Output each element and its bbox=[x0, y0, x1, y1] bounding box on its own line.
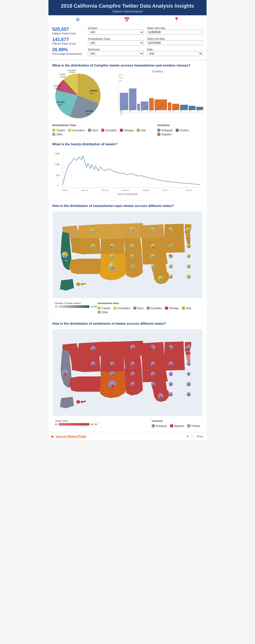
bar-group-sadness[interactable]: Sadness bbox=[172, 104, 179, 113]
sent-ne2[interactable] bbox=[164, 341, 184, 357]
state-pie-il[interactable] bbox=[169, 244, 173, 248]
sent-pie-sd[interactable] bbox=[131, 362, 135, 366]
state-pie-ky[interactable] bbox=[169, 264, 173, 268]
state-pie-ga[interactable] bbox=[169, 274, 173, 279]
state-pie-mo[interactable] bbox=[151, 254, 155, 258]
sent-pie-wi[interactable] bbox=[169, 345, 173, 349]
location-icon[interactable]: 📍 bbox=[174, 17, 179, 22]
sent-pie-tx[interactable] bbox=[109, 380, 116, 388]
expand-icon[interactable]: ⛶ bbox=[192, 435, 194, 438]
sent-ct2[interactable] bbox=[187, 358, 190, 360]
state-co[interactable] bbox=[79, 238, 101, 254]
bar-group-disappointment[interactable]: Disappointment bbox=[155, 99, 167, 113]
sent-pie-id[interactable] bbox=[91, 362, 95, 366]
sent-pie-ca[interactable] bbox=[62, 370, 68, 376]
sent-hi3[interactable] bbox=[81, 401, 84, 403]
state-pie-nc[interactable] bbox=[187, 274, 191, 279]
sent-va2[interactable] bbox=[153, 370, 168, 382]
bar-group-gratitude[interactable]: Gratitude bbox=[129, 88, 136, 113]
state-ma[interactable] bbox=[186, 237, 190, 240]
sent-pie-ar[interactable] bbox=[151, 382, 155, 386]
state-pie-mt[interactable] bbox=[91, 228, 95, 233]
state-pie-in[interactable] bbox=[169, 254, 173, 258]
bar-group-confusion[interactable]: Confusion bbox=[180, 105, 188, 113]
bar-group-surprise[interactable]: Surprise bbox=[196, 107, 203, 113]
sent-pie-nd[interactable] bbox=[130, 345, 135, 349]
sent-pie-ny[interactable] bbox=[186, 345, 191, 349]
end-date-input[interactable] bbox=[147, 41, 203, 45]
state-pie-tx[interactable] bbox=[109, 263, 116, 270]
sent-pie-in[interactable] bbox=[169, 372, 173, 376]
sent-mt2[interactable] bbox=[79, 342, 101, 357]
sent-ma2[interactable] bbox=[186, 355, 190, 358]
state-filter[interactable]: State (All) bbox=[147, 48, 203, 57]
state-select[interactable]: (All) bbox=[147, 51, 203, 56]
sent-pie-ga[interactable] bbox=[169, 392, 173, 396]
state-pie-nd[interactable] bbox=[130, 227, 135, 232]
end-date-filter[interactable]: Select end date bbox=[147, 37, 203, 47]
filter-icon[interactable]: ⚙ bbox=[76, 17, 80, 22]
sent-pie-nc[interactable] bbox=[187, 392, 191, 396]
bar-group-curiosity[interactable]: Curiosity bbox=[189, 106, 196, 113]
bar-group-admiration[interactable]: Admiration bbox=[120, 93, 128, 113]
state-vt[interactable] bbox=[186, 234, 190, 237]
state-mt[interactable] bbox=[79, 224, 101, 239]
sent-pie-fl[interactable] bbox=[158, 393, 163, 399]
sent-vt2[interactable] bbox=[186, 352, 190, 355]
sent-pie-va[interactable] bbox=[187, 382, 191, 386]
sent-pie-ks[interactable] bbox=[131, 372, 135, 376]
humanitarian-select[interactable]: (All) bbox=[88, 40, 144, 45]
sentiment-filter[interactable]: Sentiment (All) bbox=[88, 48, 144, 57]
sent-pie-ia[interactable] bbox=[151, 362, 155, 366]
state-pie-co[interactable] bbox=[110, 254, 114, 258]
state-nm[interactable] bbox=[76, 259, 101, 274]
sent-pie-nj[interactable] bbox=[187, 372, 190, 376]
sent-co2[interactable] bbox=[79, 356, 101, 372]
state-pie-mn[interactable] bbox=[151, 227, 155, 231]
sent-pie-wy[interactable] bbox=[110, 362, 114, 366]
tableau-label[interactable]: View on Tableau Public bbox=[56, 435, 86, 438]
state-pie-id[interactable] bbox=[91, 244, 95, 248]
start-date-input[interactable] bbox=[147, 30, 203, 34]
sent-pie-ky[interactable] bbox=[169, 382, 173, 386]
state-ne-cluster[interactable] bbox=[164, 224, 184, 239]
calendar-icon[interactable]: 📅 bbox=[124, 17, 130, 22]
state-pie-ca[interactable] bbox=[62, 252, 68, 258]
sentiment-select[interactable]: (All) bbox=[88, 51, 144, 56]
share-label[interactable]: Share bbox=[197, 435, 203, 438]
start-date-filter[interactable]: Select start date bbox=[147, 27, 203, 36]
humanitarian-filter[interactable]: Humanitarian Class (All) bbox=[88, 37, 144, 47]
sent-pie-mt[interactable] bbox=[91, 346, 95, 351]
sent-pie-ok[interactable] bbox=[131, 382, 135, 386]
state-pie-wi[interactable] bbox=[169, 227, 173, 231]
sent-pie-co[interactable] bbox=[110, 372, 114, 376]
sent-pie-mo[interactable] bbox=[151, 372, 155, 376]
state-nd[interactable] bbox=[99, 224, 124, 239]
bar-group-fear[interactable]: Fear bbox=[168, 102, 171, 113]
settings-icon[interactable]: ⚙ bbox=[187, 435, 189, 438]
bar-group-joy[interactable]: Joy bbox=[137, 104, 140, 113]
sent-ne3[interactable] bbox=[164, 356, 185, 371]
state-mi[interactable] bbox=[140, 224, 164, 239]
state-pie-ar[interactable] bbox=[151, 264, 155, 268]
sent-nm2[interactable] bbox=[76, 376, 101, 392]
sent-pie-il[interactable] bbox=[169, 362, 173, 366]
emotion-select[interactable]: (All) bbox=[88, 30, 144, 35]
state-ct[interactable] bbox=[187, 240, 190, 242]
state-pie-wy[interactable] bbox=[110, 244, 114, 248]
state-pie-ok[interactable] bbox=[131, 264, 135, 268]
bar-group-anger[interactable]: Anger bbox=[149, 98, 154, 113]
state-pie-ia[interactable] bbox=[151, 244, 155, 248]
state-pie-ks[interactable] bbox=[131, 254, 135, 258]
sent-pie-pa[interactable] bbox=[187, 362, 191, 366]
emotion-filter[interactable]: Emotion (All) bbox=[88, 27, 144, 36]
state-pie-va[interactable] bbox=[187, 264, 191, 268]
state-hi3[interactable] bbox=[83, 283, 86, 284]
sent-nd2[interactable] bbox=[99, 341, 124, 357]
state-pie-nj[interactable] bbox=[187, 254, 190, 258]
state-ne2[interactable] bbox=[164, 238, 185, 253]
state-hi2[interactable] bbox=[81, 283, 84, 285]
sent-mi2[interactable] bbox=[140, 342, 164, 357]
sent-hi4[interactable] bbox=[83, 401, 86, 402]
sent-pie-mn[interactable] bbox=[151, 345, 155, 349]
